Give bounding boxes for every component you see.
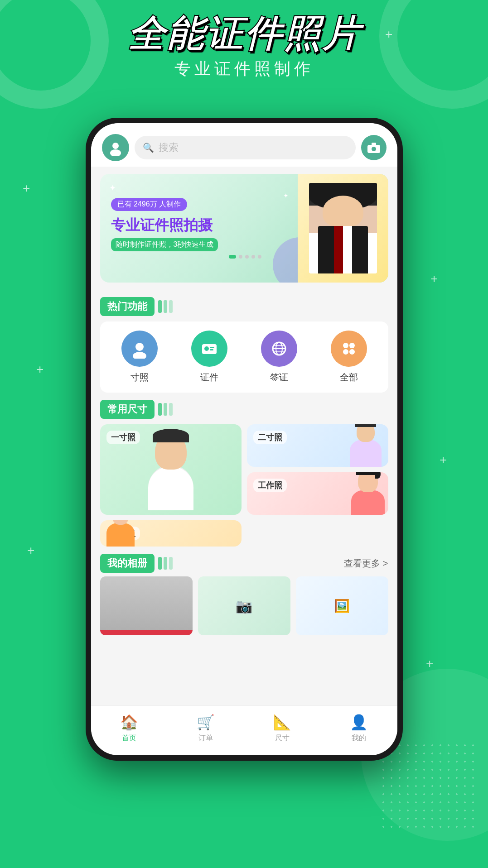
tab-item-order[interactable]: 🛒 订单	[197, 714, 215, 743]
album-thumb-2[interactable]: 📷	[198, 576, 290, 635]
portrait-icon	[130, 339, 150, 359]
func-item-portrait[interactable]: 寸照	[121, 331, 158, 384]
album-deco	[158, 557, 173, 570]
banner-left: 已有 2496万 人制作 专业证件照拍摄 随时制作证件照，3秒快速生成	[100, 189, 388, 268]
banner-dots	[111, 255, 379, 259]
func-icon-id	[191, 331, 227, 367]
work-photo-person	[348, 472, 388, 515]
album-section-label: 我的相册	[100, 554, 173, 573]
func-label-id: 证件	[200, 371, 218, 384]
common-sizes-tag: 常用尺寸	[100, 400, 155, 419]
person-body	[148, 465, 193, 510]
tab-home-label: 首页	[122, 734, 136, 743]
search-placeholder: 搜索	[159, 141, 179, 154]
phone-inner: 🔍 搜索 已有 2496万 人制作 专业	[91, 123, 397, 755]
size-card-one-inch[interactable]: 一寸照	[100, 424, 242, 515]
thumb-3-icon: 🖼️	[334, 599, 350, 614]
banner-badge: 已有 2496万 人制作	[111, 198, 187, 211]
plus-decoration-3: +	[430, 272, 438, 286]
two-inch-person	[348, 424, 384, 467]
hot-functions-label: 热门功能	[100, 297, 388, 316]
size-deco-bar-3	[169, 403, 173, 416]
album-deco-bar-3	[169, 557, 173, 570]
func-icon-all	[331, 331, 367, 367]
svg-point-3	[372, 147, 376, 151]
svg-rect-7	[202, 344, 217, 354]
functions-grid: 寸照 证件	[100, 321, 388, 393]
plus-decoration-4: +	[36, 362, 43, 377]
size-deco-bar-1	[158, 403, 162, 416]
banner-dot-2	[239, 255, 242, 259]
custom-person	[105, 520, 136, 547]
phone-outer: 🔍 搜索 已有 2496万 人制作 专业	[86, 118, 403, 761]
func-item-all[interactable]: 全部	[331, 331, 367, 384]
deco-bar-2	[164, 300, 167, 313]
size-card-two-inch-label: 二寸照	[253, 431, 287, 444]
thumb-2-icon: 📷	[236, 598, 252, 614]
camera-icon	[367, 141, 381, 154]
tab-item-size[interactable]: 📐 尺寸	[273, 714, 291, 743]
thumb-2-content: 📷	[236, 598, 252, 614]
size-card-work-photo[interactable]: 工作照	[247, 472, 388, 515]
svg-point-16	[343, 343, 348, 348]
album-thumb-3[interactable]: 🖼️	[296, 576, 388, 635]
tab-size-label: 尺寸	[275, 734, 290, 743]
size-card-custom[interactable]: 自定义	[100, 520, 242, 547]
size-card-two-inch[interactable]: 二寸照	[247, 424, 388, 467]
album-deco-bar-1	[158, 557, 162, 570]
banner-dot-5	[258, 255, 261, 259]
user-icon	[107, 139, 124, 156]
person-head	[155, 433, 187, 470]
album-header: 我的相册 查看更多 >	[100, 554, 388, 573]
visa-icon	[269, 339, 289, 359]
banner-dot-4	[251, 255, 255, 259]
camera-button[interactable]	[361, 135, 387, 160]
banner-dot-3	[245, 255, 249, 259]
deco-bar-3	[169, 300, 173, 313]
main-title: 全能证件照片	[0, 14, 488, 54]
func-item-id[interactable]: 证件	[191, 331, 227, 384]
common-sizes-label: 常用尺寸	[100, 400, 388, 419]
banner-area[interactable]: 已有 2496万 人制作 专业证件照拍摄 随时制作证件照，3秒快速生成	[100, 174, 388, 283]
func-item-visa[interactable]: 签证	[261, 331, 297, 384]
plus-decoration-2: +	[23, 181, 30, 196]
plus-decoration-7: +	[426, 657, 433, 671]
tab-item-mine[interactable]: 👤 我的	[350, 714, 368, 743]
search-icon: 🔍	[143, 142, 154, 153]
svg-rect-4	[372, 143, 376, 145]
album-deco-bar-2	[164, 557, 167, 570]
hot-functions-deco	[158, 300, 173, 313]
tab-order-icon: 🛒	[197, 714, 215, 731]
banner-title: 专业证件照拍摄	[111, 216, 379, 234]
deco-bar-1	[158, 300, 162, 313]
tab-mine-label: 我的	[352, 734, 366, 743]
func-icon-portrait	[121, 331, 158, 367]
svg-point-5	[135, 343, 144, 351]
album-thumb-1[interactable]	[100, 576, 193, 635]
tab-home-icon: 🏠	[120, 714, 138, 731]
banner-dot-1	[229, 255, 236, 259]
id-icon	[199, 339, 219, 359]
phone-screen: 🔍 搜索 已有 2496万 人制作 专业	[91, 123, 397, 755]
banner-subtitle: 随时制作证件照，3秒快速生成	[111, 238, 218, 251]
svg-rect-10	[210, 349, 213, 350]
svg-point-0	[112, 143, 119, 149]
tab-mine-icon: 👤	[350, 714, 368, 731]
func-label-portrait: 寸照	[130, 371, 149, 384]
header-area: 全能证件照片 专业证件照制作	[0, 14, 488, 80]
album-thumbnails: 📷 🖼️	[100, 576, 388, 635]
sub-title: 专业证件照制作	[0, 58, 488, 80]
plus-decoration-6: +	[27, 543, 34, 558]
svg-point-18	[343, 349, 348, 355]
avatar-button[interactable]	[102, 134, 129, 161]
svg-point-6	[133, 352, 146, 359]
thumb-1-content	[100, 576, 193, 630]
search-bar[interactable]: 🔍 搜索	[135, 136, 356, 159]
svg-point-1	[110, 149, 121, 156]
album-more-link[interactable]: 查看更多 >	[344, 557, 388, 570]
phone-container: 🔍 搜索 已有 2496万 人制作 专业	[86, 118, 403, 761]
tab-item-home[interactable]: 🏠 首页	[120, 714, 138, 743]
common-sizes-deco	[158, 403, 173, 416]
red-bar	[100, 630, 193, 635]
func-label-visa: 签证	[270, 371, 288, 384]
